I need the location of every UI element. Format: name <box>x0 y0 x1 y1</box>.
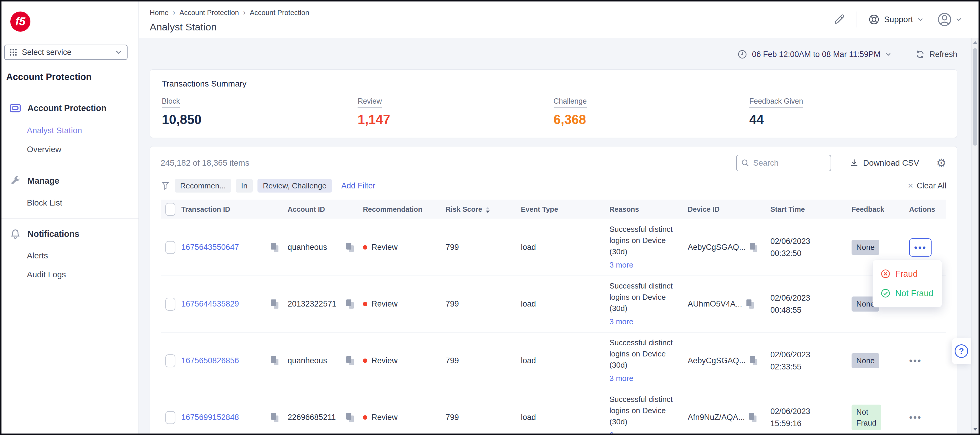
event-type: load <box>521 243 609 252</box>
row-actions-button[interactable]: ••• <box>909 238 932 257</box>
transaction-id-link[interactable]: 1675644535829 <box>181 300 239 309</box>
recommendation: Review <box>371 300 398 309</box>
select-all-checkbox[interactable] <box>165 203 175 216</box>
add-filter-button[interactable]: Add Filter <box>341 181 375 190</box>
sidebar-item-manage[interactable]: Manage <box>2 175 138 186</box>
feedback-action-menu: Fraud Not Fraud <box>872 260 942 308</box>
col-reasons: Reasons <box>609 205 688 214</box>
copy-icon[interactable] <box>346 413 354 422</box>
table-controls: 245,182 of 18,365 items Download CSV <box>161 155 947 171</box>
gear-icon[interactable]: ⚙ <box>936 158 947 169</box>
sidebar-item-audit-logs[interactable]: Audit Logs <box>2 270 138 279</box>
copy-icon[interactable] <box>346 243 354 252</box>
col-feedback[interactable]: Feedback <box>851 205 909 214</box>
event-type: load <box>521 413 609 422</box>
copy-icon[interactable] <box>271 413 279 422</box>
device-id: AebyCgSGAQ... <box>688 243 746 252</box>
filter-field-chip[interactable]: Recommen... <box>175 179 231 193</box>
copy-icon[interactable] <box>749 413 757 422</box>
col-event-type[interactable]: Event Type <box>521 205 609 214</box>
metric-review-label[interactable]: Review <box>358 97 382 107</box>
col-actions: Actions <box>909 205 950 214</box>
reasons-cell: Successful distinct logins on Device (30… <box>609 224 688 271</box>
row-checkbox[interactable] <box>165 241 175 254</box>
clear-all-button[interactable]: × Clear All <box>908 181 947 191</box>
help-button[interactable]: ? <box>951 338 971 364</box>
col-recommendation[interactable]: Recommendation <box>363 205 445 214</box>
search-input[interactable] <box>736 155 831 171</box>
row-actions-button[interactable]: ••• <box>909 413 922 422</box>
items-count: 245,182 of 18,365 items <box>161 158 249 168</box>
metric-feedback-given: Feedback Given 44 <box>749 97 945 127</box>
sidebar-item-overview[interactable]: Overview <box>2 145 138 154</box>
service-selector-label: Select service <box>22 48 72 57</box>
device-id: AUhmO5V4A... <box>688 300 742 309</box>
scroll-up-arrow-icon[interactable] <box>973 41 977 44</box>
nav-group-manage: Manage Block List <box>2 165 138 218</box>
sidebar-item-notifications[interactable]: Notifications <box>2 229 138 239</box>
filter-operator-chip[interactable]: In <box>236 179 253 193</box>
product-title: Account Protection <box>6 72 138 82</box>
nav-group-label: Notifications <box>27 229 80 239</box>
menu-item-not-fraud[interactable]: Not Fraud <box>873 284 942 303</box>
transaction-id-link[interactable]: 1675699152848 <box>181 413 239 422</box>
start-time: 02/06/202300:48:55 <box>770 292 851 316</box>
scroll-down-arrow-icon[interactable] <box>973 428 977 430</box>
vertical-scrollbar[interactable] <box>971 38 978 433</box>
row-actions-button[interactable]: ••• <box>909 356 922 365</box>
service-selector[interactable]: Select service <box>4 45 127 60</box>
summary-metrics: Block 10,850 Review 1,147 Challenge 6,36… <box>162 97 945 127</box>
row-checkbox[interactable] <box>165 411 175 424</box>
date-range-picker[interactable]: 06 Feb 12:00AM to 08 Mar 11:59PM <box>737 49 892 59</box>
filter-value-chip[interactable]: Review, Challenge <box>258 179 332 193</box>
more-reasons-link[interactable]: 3 more <box>609 316 682 328</box>
transaction-id-link[interactable]: 1675643550647 <box>181 243 239 252</box>
transactions-table-card: 245,182 of 18,365 items Download CSV <box>150 146 957 433</box>
start-time: 02/06/202302:33:55 <box>770 349 851 373</box>
row-checkbox[interactable] <box>165 298 175 311</box>
metric-block-label[interactable]: Block <box>162 97 180 107</box>
user-menu[interactable] <box>937 11 962 27</box>
sidebar-item-analyst-station[interactable]: Analyst Station <box>2 126 138 135</box>
download-csv-button[interactable]: Download CSV <box>850 158 919 168</box>
more-reasons-link[interactable]: 3 more <box>609 373 682 384</box>
refresh-button[interactable]: Refresh <box>915 49 957 59</box>
metric-challenge-label[interactable]: Challenge <box>554 97 587 107</box>
scrollbar-thumb[interactable] <box>973 48 977 146</box>
device-id: Afn9NuZ/AQA... <box>688 413 745 422</box>
more-reasons-link[interactable]: 3 more <box>609 430 682 433</box>
sidebar-item-alerts[interactable]: Alerts <box>2 251 138 260</box>
device-id: AebyCgSGAQ... <box>688 356 746 365</box>
copy-icon[interactable] <box>271 300 279 309</box>
col-transaction-id[interactable]: Transaction ID <box>181 205 288 214</box>
copy-icon[interactable] <box>750 243 758 252</box>
col-device-id[interactable]: Device ID <box>688 205 770 214</box>
copy-icon[interactable] <box>746 300 754 309</box>
menu-item-fraud[interactable]: Fraud <box>873 264 942 284</box>
copy-icon[interactable] <box>271 356 279 366</box>
sidebar-item-account-protection[interactable]: Account Protection <box>2 102 138 114</box>
copy-icon[interactable] <box>346 300 354 309</box>
sidebar: f5 Select service Account Protection <box>2 2 139 433</box>
date-range-label: 06 Feb 12:00AM to 08 Mar 11:59PM <box>752 50 880 59</box>
copy-icon[interactable] <box>750 356 758 366</box>
pencil-icon[interactable] <box>833 13 845 26</box>
support-menu[interactable]: Support <box>868 14 924 25</box>
refresh-label: Refresh <box>929 50 957 59</box>
feedback-badge: None <box>851 353 879 368</box>
col-risk-score[interactable]: Risk Score <box>445 205 521 214</box>
col-account-id[interactable]: Account ID <box>288 205 363 214</box>
col-start-time[interactable]: Start Time <box>770 205 851 214</box>
copy-icon[interactable] <box>271 243 279 252</box>
row-checkbox[interactable] <box>165 354 175 367</box>
chevron-down-icon <box>115 49 122 56</box>
f5-logo: f5 <box>10 11 30 32</box>
metric-feedback-given-label[interactable]: Feedback Given <box>749 97 803 107</box>
breadcrumb-level1[interactable]: Account Protection <box>180 9 239 17</box>
circle-check-icon <box>880 288 891 298</box>
more-reasons-link[interactable]: 3 more <box>609 260 682 271</box>
copy-icon[interactable] <box>346 356 354 366</box>
transaction-id-link[interactable]: 1675650826856 <box>181 356 239 365</box>
sidebar-item-block-list[interactable]: Block List <box>2 198 138 208</box>
breadcrumb-home[interactable]: Home <box>150 9 169 17</box>
